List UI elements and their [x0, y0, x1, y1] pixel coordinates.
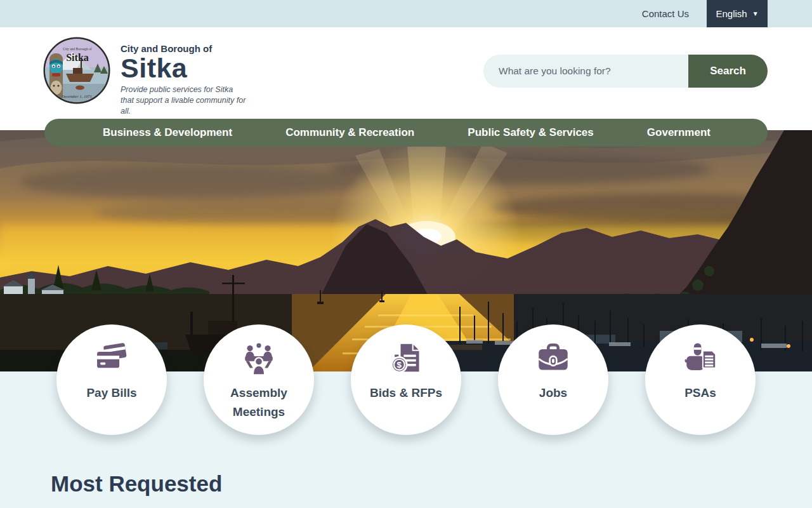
search-button[interactable]: Search: [688, 55, 768, 88]
language-dropdown-label: English: [716, 8, 747, 19]
utility-topbar: Contact Us English ▼: [0, 0, 812, 27]
most-requested-heading: Most Requested: [51, 471, 222, 497]
seal-date-text: December 1, 1971: [61, 94, 92, 98]
site-header: City and Borough of Sitka December 1, 19…: [0, 27, 812, 130]
quick-link-jobs[interactable]: Jobs: [498, 324, 608, 435]
chevron-down-icon: ▼: [752, 11, 759, 17]
quick-link-label: Jobs: [516, 384, 591, 403]
meeting-people-icon: [240, 341, 277, 378]
nav-item-community-recreation[interactable]: Community & Recreation: [285, 126, 414, 139]
quick-link-label: Bids & RFPs: [369, 384, 443, 403]
briefcase-icon: [535, 341, 572, 378]
nav-item-business-development[interactable]: Business & Development: [103, 126, 232, 139]
language-dropdown[interactable]: English ▼: [707, 0, 768, 27]
org-tagline: Provide public services for Sitka that s…: [121, 84, 247, 117]
document-dollar-icon: $: [388, 341, 424, 378]
contact-us-link[interactable]: Contact Us: [642, 8, 689, 19]
microphone-document-icon: [682, 341, 719, 378]
seal-name-text: Sitka: [66, 52, 89, 63]
quick-link-label: PSAs: [663, 384, 738, 403]
quick-link-label: Assembly Meetings: [221, 384, 296, 422]
quick-link-assembly-meetings[interactable]: Assembly Meetings: [204, 324, 314, 435]
org-name[interactable]: Sitka: [121, 54, 247, 83]
credit-card-icon: [93, 341, 130, 378]
quick-link-pay-bills[interactable]: Pay Bills: [56, 324, 167, 435]
seal-prefix-text: City and Borough of: [63, 47, 92, 51]
search-input[interactable]: [483, 55, 688, 88]
main-navigation: Business & Development Community & Recre…: [44, 119, 768, 147]
quick-link-label: Pay Bills: [74, 384, 149, 403]
svg-text:$: $: [397, 360, 402, 370]
quick-link-bids-rfps[interactable]: $ Bids & RFPs: [351, 324, 461, 435]
sitka-seal-logo[interactable]: City and Borough of Sitka December 1, 19…: [43, 37, 110, 107]
site-search: Search: [483, 55, 768, 88]
quick-link-psas[interactable]: PSAs: [645, 324, 756, 435]
quick-links-row: Pay Bills Assembly Meetings: [0, 324, 812, 435]
sitka-homepage: Contact Us English ▼: [0, 0, 812, 508]
logo-group: City and Borough of Sitka December 1, 19…: [43, 37, 247, 117]
nav-item-government[interactable]: Government: [647, 126, 710, 139]
nav-item-public-safety-services[interactable]: Public Safety & Services: [468, 126, 593, 139]
org-text-block: City and Borough of Sitka Provide public…: [121, 37, 247, 117]
